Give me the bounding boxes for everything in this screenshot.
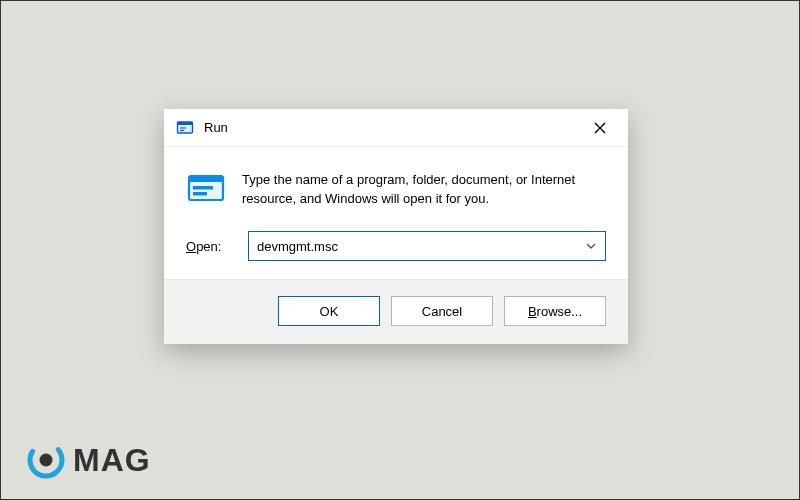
run-dialog: Run Type the name of a program, folder, … bbox=[164, 109, 628, 344]
watermark-text: MAG bbox=[73, 442, 151, 479]
dialog-content: Type the name of a program, folder, docu… bbox=[164, 147, 628, 223]
dialog-description: Type the name of a program, folder, docu… bbox=[242, 169, 606, 209]
run-icon bbox=[176, 119, 194, 137]
svg-rect-1 bbox=[178, 122, 193, 125]
chevron-down-icon[interactable] bbox=[577, 240, 597, 252]
cancel-button-label: Cancel bbox=[422, 304, 462, 319]
browse-button-label: Browse... bbox=[528, 304, 582, 319]
svg-rect-8 bbox=[193, 186, 213, 190]
dialog-button-row: OK Cancel Browse... bbox=[164, 279, 628, 344]
open-input[interactable] bbox=[257, 239, 577, 254]
ok-button[interactable]: OK bbox=[278, 296, 380, 326]
watermark-logo-icon bbox=[25, 439, 67, 481]
titlebar: Run bbox=[164, 109, 628, 147]
ok-button-label: OK bbox=[320, 304, 339, 319]
open-field-row: Open: bbox=[164, 223, 628, 279]
close-button[interactable] bbox=[578, 112, 622, 144]
run-large-icon bbox=[186, 169, 226, 209]
svg-point-11 bbox=[40, 454, 53, 467]
browse-button[interactable]: Browse... bbox=[504, 296, 606, 326]
svg-rect-7 bbox=[189, 176, 223, 182]
watermark: MAG bbox=[25, 439, 151, 481]
dialog-title: Run bbox=[204, 120, 228, 135]
svg-rect-9 bbox=[193, 192, 207, 196]
cancel-button[interactable]: Cancel bbox=[391, 296, 493, 326]
open-combobox[interactable] bbox=[248, 231, 606, 261]
open-label: Open: bbox=[186, 239, 234, 254]
close-icon bbox=[593, 121, 607, 135]
